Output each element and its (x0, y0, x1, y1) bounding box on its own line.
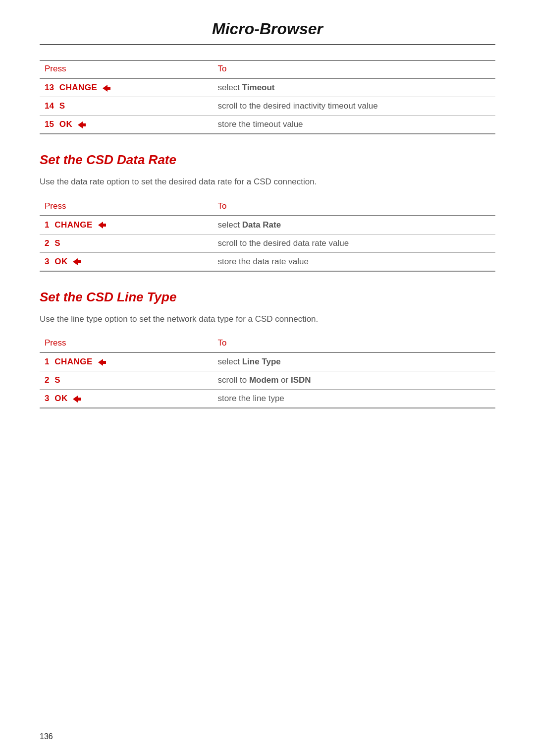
key-label: CHANGE (54, 220, 93, 230)
svg-marker-0 (103, 85, 110, 92)
svg-marker-5 (73, 396, 81, 403)
ok-icon (76, 121, 87, 129)
row-action: select Line Type (213, 352, 495, 371)
row-number: 3 (45, 257, 49, 266)
top-table: Press To 13 CHANGE select Timeout (40, 60, 495, 134)
key-label: S (54, 375, 60, 385)
change-icon (101, 84, 111, 92)
table-row: 1 CHANGE select Line Type (40, 352, 495, 371)
row-number: 14 (45, 101, 54, 111)
row-number: 2 (45, 375, 49, 385)
row-action: store the timeout value (213, 116, 495, 134)
table-row: 15 OK store the timeout value (40, 116, 495, 134)
section2-to-header: To (213, 335, 495, 352)
key-label: OK (59, 119, 73, 129)
change-icon (96, 358, 107, 366)
key-label: CHANGE (54, 357, 93, 366)
section2-press-header: Press (40, 335, 213, 352)
section1-press-header: Press (40, 198, 213, 216)
ok-icon (71, 258, 82, 266)
key-label: CHANGE (59, 83, 98, 92)
page-number: 136 (40, 732, 53, 741)
section1-heading: Set the CSD Data Rate (40, 152, 495, 168)
row-number: 15 (45, 119, 54, 129)
change-icon (96, 221, 107, 229)
table-row: 3 OK store the line type (40, 390, 495, 408)
key-label: OK (54, 257, 68, 266)
svg-marker-1 (78, 121, 86, 128)
svg-marker-3 (73, 258, 81, 265)
svg-marker-4 (98, 359, 106, 366)
table-row: 14 S scroll to the desired inactivity ti… (40, 97, 495, 116)
row-number: 13 (45, 83, 54, 92)
row-number: 2 (45, 238, 49, 248)
row-action: select Timeout (213, 78, 495, 97)
top-table-press-header: Press (40, 60, 213, 78)
svg-marker-2 (98, 222, 106, 229)
key-label: S (59, 101, 65, 111)
key-label: OK (54, 394, 68, 403)
section2-desc: Use the line type option to set the netw… (40, 313, 495, 326)
section1-table: Press To 1 CHANGE select Data Rate (40, 198, 495, 272)
row-number: 1 (45, 220, 49, 230)
row-action: store the line type (213, 390, 495, 408)
section2-table: Press To 1 CHANGE select Line Type (40, 335, 495, 408)
row-action: scroll to the desired data rate value (213, 234, 495, 252)
section1-desc: Use the data rate option to set the desi… (40, 175, 495, 188)
section1-to-header: To (213, 198, 495, 216)
row-number: 3 (45, 394, 49, 403)
page-title: Micro-Browser (40, 20, 495, 45)
top-table-to-header: To (213, 60, 495, 78)
table-row: 2 S scroll to the desired data rate valu… (40, 234, 495, 252)
table-row: 2 S scroll to Modem or ISDN (40, 371, 495, 390)
row-action: store the data rate value (213, 252, 495, 271)
table-row: 1 CHANGE select Data Rate (40, 216, 495, 234)
ok-icon (71, 395, 82, 403)
table-row: 13 CHANGE select Timeout (40, 78, 495, 97)
table-row: 3 OK store the data rate value (40, 252, 495, 271)
section2-heading: Set the CSD Line Type (40, 290, 495, 305)
row-number: 1 (45, 357, 49, 366)
key-label: S (54, 238, 60, 248)
row-action: scroll to Modem or ISDN (213, 371, 495, 390)
row-action: select Data Rate (213, 216, 495, 234)
row-action: scroll to the desired inactivity timeout… (213, 97, 495, 116)
